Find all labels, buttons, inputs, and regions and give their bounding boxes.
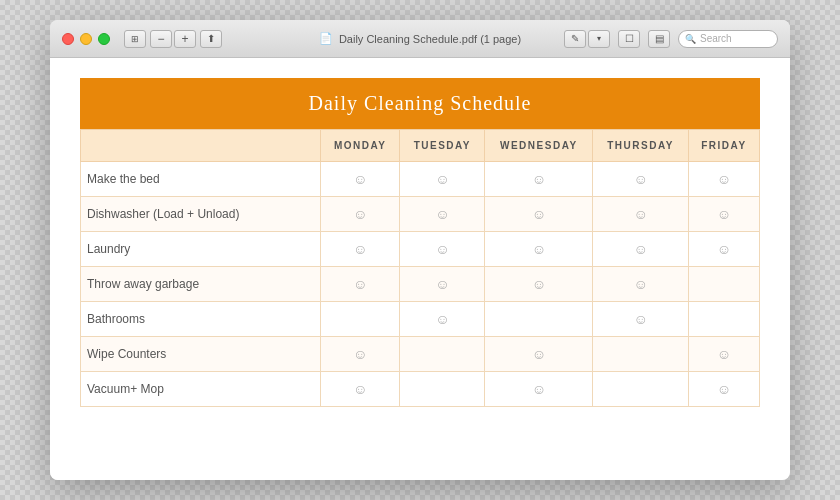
smiley-icon: ☺ <box>633 206 647 222</box>
smiley-icon: ☺ <box>435 171 449 187</box>
task-cell: Throw away garbage <box>81 267 321 302</box>
cell-thursday <box>593 372 689 407</box>
smiley-icon: ☺ <box>353 241 367 257</box>
smiley-icon: ☺ <box>717 381 731 397</box>
cell-monday: ☺ <box>321 372 400 407</box>
table-row: Bathrooms☺☺ <box>81 302 760 337</box>
col-header-thursday: Thursday <box>593 130 689 162</box>
titlebar-actions: ✎ ▾ ☐ ▤ 🔍 Search <box>564 30 778 48</box>
smiley-icon: ☺ <box>633 171 647 187</box>
zoom-out-icon[interactable]: − <box>150 30 172 48</box>
cell-wednesday: ☺ <box>485 337 593 372</box>
smiley-icon: ☺ <box>633 311 647 327</box>
cell-wednesday: ☺ <box>485 232 593 267</box>
cell-monday: ☺ <box>321 162 400 197</box>
smiley-icon: ☺ <box>717 346 731 362</box>
maximize-button[interactable] <box>98 33 110 45</box>
schedule-table: Monday Tuesday Wednesday Thursday Friday… <box>80 129 760 407</box>
cell-thursday: ☺ <box>593 197 689 232</box>
cell-friday: ☺ <box>688 232 759 267</box>
table-header-row: Monday Tuesday Wednesday Thursday Friday <box>81 130 760 162</box>
cell-wednesday: ☺ <box>485 197 593 232</box>
smiley-icon: ☺ <box>532 276 546 292</box>
smiley-icon: ☺ <box>633 241 647 257</box>
zoom-in-icon[interactable]: + <box>174 30 196 48</box>
cell-thursday: ☺ <box>593 302 689 337</box>
smiley-icon: ☺ <box>353 206 367 222</box>
chevron-down-icon[interactable]: ▾ <box>588 30 610 48</box>
smiley-icon: ☺ <box>532 241 546 257</box>
smiley-icon: ☺ <box>717 241 731 257</box>
cell-thursday: ☺ <box>593 267 689 302</box>
cell-friday: ☺ <box>688 162 759 197</box>
sidebar-icon[interactable]: ▤ <box>648 30 670 48</box>
cell-tuesday <box>400 372 485 407</box>
smiley-icon: ☺ <box>353 381 367 397</box>
table-row: Vacuum+ Mop☺☺☺ <box>81 372 760 407</box>
cell-wednesday <box>485 302 593 337</box>
task-cell: Bathrooms <box>81 302 321 337</box>
titlebar: ⊞ − + ⬆ 📄 Daily Cleaning Schedule.pdf (1… <box>50 20 790 58</box>
table-row: Wipe Counters☺☺☺ <box>81 337 760 372</box>
cell-wednesday: ☺ <box>485 267 593 302</box>
cell-thursday: ☺ <box>593 232 689 267</box>
window-title: Daily Cleaning Schedule.pdf (1 page) <box>339 33 521 45</box>
smiley-icon: ☺ <box>435 241 449 257</box>
table-row: Throw away garbage☺☺☺☺ <box>81 267 760 302</box>
cell-wednesday: ☺ <box>485 372 593 407</box>
smiley-icon: ☺ <box>353 171 367 187</box>
cell-friday: ☺ <box>688 372 759 407</box>
col-header-monday: Monday <box>321 130 400 162</box>
share-icon[interactable]: ⬆ <box>200 30 222 48</box>
smiley-icon: ☺ <box>532 346 546 362</box>
table-row: Laundry☺☺☺☺☺ <box>81 232 760 267</box>
cell-wednesday: ☺ <box>485 162 593 197</box>
smiley-icon: ☺ <box>435 276 449 292</box>
cell-monday <box>321 302 400 337</box>
smiley-icon: ☺ <box>435 206 449 222</box>
cell-tuesday <box>400 337 485 372</box>
cell-tuesday: ☺ <box>400 267 485 302</box>
col-header-friday: Friday <box>688 130 759 162</box>
cell-monday: ☺ <box>321 197 400 232</box>
smiley-icon: ☺ <box>353 276 367 292</box>
cell-thursday: ☺ <box>593 162 689 197</box>
search-box[interactable]: 🔍 Search <box>678 30 778 48</box>
col-header-tuesday: Tuesday <box>400 130 485 162</box>
traffic-lights <box>62 33 110 45</box>
search-placeholder: Search <box>700 33 732 44</box>
table-row: Make the bed☺☺☺☺☺ <box>81 162 760 197</box>
cell-friday: ☺ <box>688 337 759 372</box>
cell-monday: ☺ <box>321 232 400 267</box>
task-cell: Make the bed <box>81 162 321 197</box>
cell-monday: ☺ <box>321 337 400 372</box>
cell-tuesday: ☺ <box>400 302 485 337</box>
document-content: Daily Cleaning Schedule Monday Tuesday W… <box>50 58 790 480</box>
task-cell: Vacuum+ Mop <box>81 372 321 407</box>
smiley-icon: ☺ <box>633 276 647 292</box>
close-button[interactable] <box>62 33 74 45</box>
smiley-icon: ☺ <box>435 311 449 327</box>
cell-tuesday: ☺ <box>400 162 485 197</box>
cell-thursday <box>593 337 689 372</box>
minimize-button[interactable] <box>80 33 92 45</box>
annotate-icon[interactable]: ☐ <box>618 30 640 48</box>
cell-friday <box>688 302 759 337</box>
smiley-icon: ☺ <box>717 171 731 187</box>
cell-monday: ☺ <box>321 267 400 302</box>
schedule-body: Make the bed☺☺☺☺☺Dishwasher (Load + Unlo… <box>81 162 760 407</box>
cell-tuesday: ☺ <box>400 232 485 267</box>
cell-tuesday: ☺ <box>400 197 485 232</box>
smiley-icon: ☺ <box>532 381 546 397</box>
file-icon: 📄 <box>319 32 333 45</box>
schedule-title: Daily Cleaning Schedule <box>80 78 760 129</box>
grid-icon[interactable]: ⊞ <box>124 30 146 48</box>
smiley-icon: ☺ <box>717 206 731 222</box>
smiley-icon: ☺ <box>353 346 367 362</box>
task-cell: Wipe Counters <box>81 337 321 372</box>
table-row: Dishwasher (Load + Unload)☺☺☺☺☺ <box>81 197 760 232</box>
search-icon: 🔍 <box>685 34 696 44</box>
cell-friday: ☺ <box>688 197 759 232</box>
pen-icon[interactable]: ✎ <box>564 30 586 48</box>
cell-friday <box>688 267 759 302</box>
